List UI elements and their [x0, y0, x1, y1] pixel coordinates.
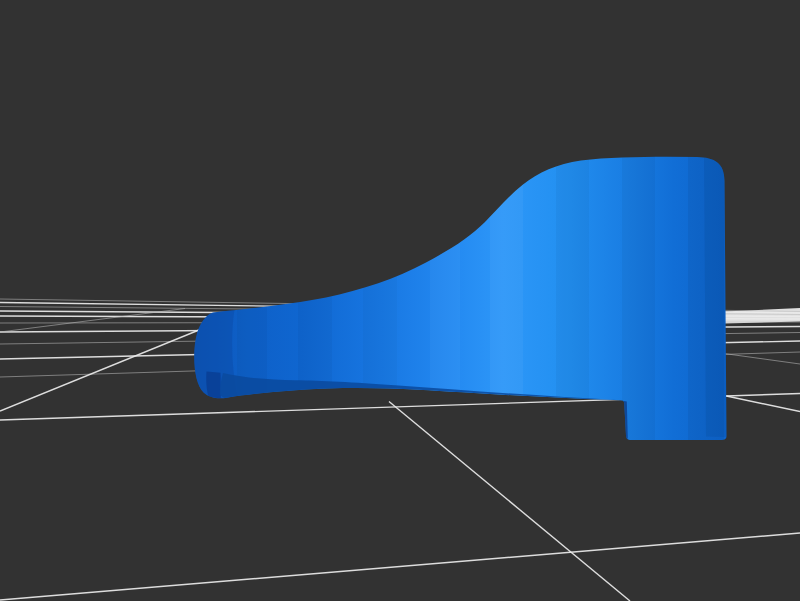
- right-edge-shade: [704, 157, 727, 437]
- scene-canvas: [0, 0, 800, 601]
- facet-stripe: [622, 140, 655, 450]
- nose-facet-shadow: [206, 372, 221, 399]
- 3d-viewport[interactable]: [0, 0, 800, 601]
